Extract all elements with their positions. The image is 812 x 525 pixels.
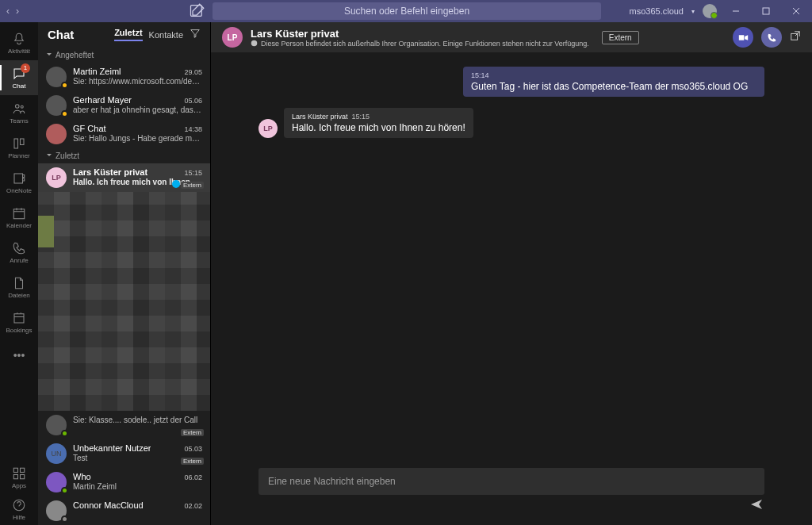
- chat-name: Who: [73, 472, 91, 481]
- rail-help[interactable]: Hilfe: [0, 493, 38, 525]
- svg-point-2: [16, 105, 20, 109]
- window-close[interactable]: [785, 0, 807, 22]
- new-chat-icon[interactable]: [189, 3, 205, 19]
- message-sender: Lars Küster privat: [292, 113, 348, 121]
- conversation-subtitle-text: Diese Person befindet sich außerhalb Ihr…: [261, 40, 589, 48]
- chat-time: 15:15: [184, 169, 202, 177]
- chat-list-header: Chat Zuletzt Kontakte: [38, 22, 210, 48]
- conversation-pane: LP Lars Küster privat Diese Person befin…: [211, 22, 812, 525]
- more-icon: •••: [11, 347, 27, 363]
- chat-name: Gerhard Mayer: [73, 95, 132, 105]
- chat-preview: Sie: Hallo Jungs - Habe gerade mal zwei …: [73, 134, 202, 143]
- chat-list-title: Chat: [48, 28, 108, 41]
- nav-back[interactable]: ‹: [6, 6, 10, 17]
- svg-rect-5: [21, 139, 25, 145]
- chat-time: 06.02: [184, 473, 202, 481]
- avatar-initials: LP: [263, 125, 273, 132]
- tab-recent[interactable]: Zuletzt: [114, 28, 142, 41]
- popout-button[interactable]: [790, 30, 801, 44]
- chat-item[interactable]: UN Unbekannter Nutzer05.03 Test Extern: [38, 439, 210, 468]
- chat-item-active[interactable]: LP Lars Küster privat15:15 Hallo. Ich fr…: [38, 163, 210, 192]
- message-incoming[interactable]: Lars Küster privat 15:15 Hallo. Ich freu…: [284, 108, 473, 138]
- message-outgoing[interactable]: 15:14 Guten Tag - hier ist das Competenc…: [463, 67, 764, 97]
- conversation-title: Lars Küster privat: [251, 28, 589, 40]
- tenant-switcher[interactable]: mso365.cloud: [630, 6, 684, 16]
- rail-onenote[interactable]: OneNote: [0, 165, 38, 200]
- message-body: Hallo. Ich freue mich von Ihnen zu hören…: [292, 122, 465, 133]
- message-body: Guten Tag - hier ist das Competence-Team…: [471, 81, 756, 92]
- section-pinned[interactable]: Angeheftet: [38, 48, 210, 63]
- chat-list-panel: Chat Zuletzt Kontakte Angeheftet Martin …: [38, 22, 211, 525]
- chat-preview: aber er hat ja ohnehin gesagt, dass er m…: [73, 105, 202, 114]
- chat-name: GF Chat: [73, 124, 106, 133]
- message-avatar: LP: [259, 119, 278, 138]
- message-time: 15:14: [471, 71, 756, 79]
- badge-extern: Extern: [181, 429, 204, 436]
- chat-item[interactable]: Connor MacCloud02.02: [38, 496, 210, 525]
- bell-icon: [11, 31, 27, 47]
- rail-bookings[interactable]: Bookings: [0, 305, 38, 339]
- apps-icon: [11, 466, 27, 481]
- avatar: [46, 500, 67, 521]
- chat-item[interactable]: Who06.02 Martin Zeiml: [38, 468, 210, 496]
- rail-calls[interactable]: Anrufe: [0, 235, 38, 270]
- rail-help-label: Hilfe: [13, 514, 25, 521]
- redacted-area: [38, 192, 210, 411]
- svg-rect-6: [14, 174, 23, 183]
- chat-item[interactable]: Gerhard Mayer05.06 aber er hat ja ohnehi…: [38, 91, 210, 120]
- section-recent[interactable]: Zuletzt: [38, 148, 210, 163]
- video-call-button[interactable]: [733, 27, 753, 48]
- rail-more[interactable]: •••: [0, 339, 38, 371]
- avatar: [46, 472, 67, 492]
- rail-calendar[interactable]: Kalender: [0, 200, 38, 235]
- current-user-avatar[interactable]: [703, 4, 717, 18]
- chat-time: 05.03: [184, 445, 202, 453]
- svg-rect-9: [13, 468, 17, 472]
- tab-contacts[interactable]: Kontakte: [149, 30, 183, 40]
- svg-point-3: [21, 105, 23, 108]
- rail-chat-badge: 1: [21, 63, 30, 73]
- app-rail: Aktivität 1 Chat Teams Planner OneNote K…: [0, 22, 38, 525]
- section-pinned-label: Angeheftet: [56, 51, 94, 59]
- extern-button[interactable]: Extern: [602, 31, 639, 44]
- avatar: [46, 95, 67, 116]
- compose-input[interactable]: Eine neue Nachricht eingeben: [259, 468, 764, 495]
- filter-icon[interactable]: [190, 28, 201, 42]
- phone-icon: [11, 240, 27, 256]
- chat-item[interactable]: Sie: Klasse.... sodele.. jetzt der Call …: [38, 411, 210, 439]
- avatar-initials: LP: [52, 174, 61, 182]
- conversation-subtitle: Diese Person befindet sich außerhalb Ihr…: [251, 40, 589, 48]
- rail-planner[interactable]: Planner: [0, 130, 38, 165]
- rail-activity[interactable]: Aktivität: [0, 25, 38, 60]
- chat-preview: Martin Zeiml: [73, 482, 202, 491]
- svg-rect-8: [14, 314, 24, 323]
- onenote-icon: [11, 171, 27, 186]
- audio-call-button[interactable]: [761, 27, 782, 48]
- rail-teams[interactable]: Teams: [0, 95, 38, 130]
- rail-teams-label: Teams: [10, 117, 29, 125]
- chat-item[interactable]: Martin Zeiml29.05 Sie: https://www.micro…: [38, 63, 210, 91]
- chat-item[interactable]: GF Chat14:38 Sie: Hallo Jungs - Habe ger…: [38, 120, 210, 148]
- bookings-icon: [11, 310, 27, 326]
- rail-apps[interactable]: Apps: [0, 462, 38, 493]
- window-maximize[interactable]: [755, 0, 777, 22]
- chat-time: 14:38: [184, 125, 202, 133]
- calendar-icon: [11, 205, 27, 221]
- chat-name: Lars Küster privat: [73, 167, 147, 177]
- rail-files[interactable]: Dateien: [0, 270, 38, 305]
- chat-preview: Sie: Klasse.... sodele.. jetzt der Call: [73, 416, 202, 424]
- chat-preview: Sie: https://www.microsoft.com/de-at/mic…: [73, 77, 202, 86]
- send-button[interactable]: [259, 495, 764, 511]
- rail-apps-label: Apps: [12, 482, 26, 489]
- chat-time: 29.05: [184, 68, 202, 76]
- avatar: UN: [46, 443, 67, 464]
- rail-chat[interactable]: 1 Chat: [0, 60, 38, 95]
- nav-forward[interactable]: ›: [16, 6, 19, 17]
- search-input[interactable]: Suchen oder Befehl eingeben: [213, 2, 601, 20]
- avatar-initials: LP: [228, 33, 238, 42]
- help-icon: [11, 497, 27, 513]
- chat-time: 02.02: [184, 502, 202, 510]
- window-minimize[interactable]: [725, 0, 747, 22]
- badge-extern: Extern: [181, 458, 204, 465]
- chat-name: Martin Zeiml: [73, 67, 121, 76]
